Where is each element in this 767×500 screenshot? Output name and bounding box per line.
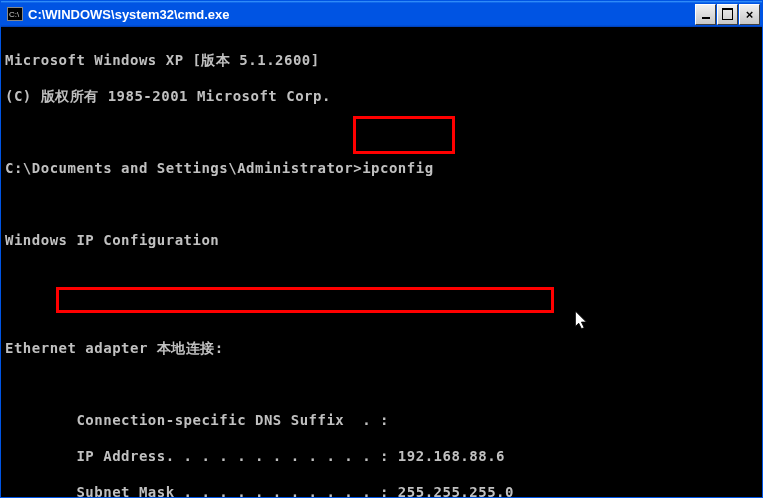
cmd-icon: C:\ <box>7 7 23 21</box>
terminal-output[interactable]: Microsoft Windows XP [版本 5.1.2600] (C) 版… <box>1 27 762 497</box>
maximize-button[interactable] <box>717 4 738 25</box>
titlebar[interactable]: C:\ C:\WINDOWS\system32\cmd.exe × <box>1 1 762 27</box>
blank <box>5 375 758 393</box>
window-controls: × <box>695 4 760 25</box>
header-line-2: (C) 版权所有 1985-2001 Microsoft Corp. <box>5 87 758 105</box>
adapter1-ip: IP Address. . . . . . . . . . . . : 192.… <box>5 447 758 465</box>
adapter1-title: Ethernet adapter 本地连接: <box>5 339 758 357</box>
adapter1-dns: Connection-specific DNS Suffix . : <box>5 411 758 429</box>
window-title: C:\WINDOWS\system32\cmd.exe <box>28 7 695 22</box>
blank <box>5 303 758 321</box>
prompt-path: C:\Documents and Settings\Administrator> <box>5 160 362 176</box>
cmd-window: C:\ C:\WINDOWS\system32\cmd.exe × Micros… <box>0 0 763 498</box>
prompt-line-1: C:\Documents and Settings\Administrator>… <box>5 159 758 177</box>
close-button[interactable]: × <box>739 4 760 25</box>
command-text: ipconfig <box>362 160 433 176</box>
header-line-1: Microsoft Windows XP [版本 5.1.2600] <box>5 51 758 69</box>
blank <box>5 195 758 213</box>
minimize-button[interactable] <box>695 4 716 25</box>
ipconfig-title: Windows IP Configuration <box>5 231 758 249</box>
adapter1-mask: Subnet Mask . . . . . . . . . . . : 255.… <box>5 483 758 500</box>
blank <box>5 267 758 285</box>
blank <box>5 123 758 141</box>
